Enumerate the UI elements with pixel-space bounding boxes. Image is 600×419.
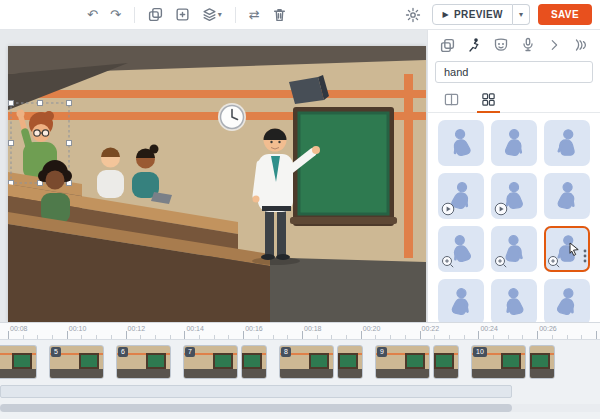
- thumb-board: [213, 353, 233, 369]
- pose-tile[interactable]: [491, 226, 537, 272]
- toolbar-right-group: ▶ PREVIEW ▾ SAVE: [402, 4, 592, 25]
- pose-tile[interactable]: [438, 120, 484, 166]
- time-ruler[interactable]: 00:0800:1000:1200:1400:1600:1800:2000:22…: [0, 323, 600, 340]
- pose-silhouette: [443, 283, 479, 320]
- split-view-tab[interactable]: [438, 90, 465, 112]
- layers-icon[interactable]: ▾: [199, 5, 225, 24]
- time-label: 00:16: [245, 325, 263, 332]
- character-action-icon[interactable]: [464, 35, 484, 55]
- pose-tile[interactable]: [438, 226, 484, 272]
- chevron-down-icon: ▾: [218, 11, 222, 19]
- duplicate-icon[interactable]: [172, 5, 193, 24]
- play-overlay-icon[interactable]: [494, 202, 508, 216]
- preview-dropdown-button[interactable]: ▾: [513, 4, 530, 25]
- layout-icon[interactable]: [438, 36, 457, 55]
- pose-tile[interactable]: [544, 279, 590, 322]
- toolbar: ↶ ↷ ▾ ⇄ ▶: [0, 0, 600, 30]
- pose-tile[interactable]: [544, 120, 590, 166]
- redo-icon[interactable]: ↷: [107, 6, 124, 23]
- scene-thumbnail[interactable]: [529, 345, 555, 379]
- scene-thumbnail[interactable]: [241, 345, 267, 379]
- pose-tile[interactable]: [491, 120, 537, 166]
- pose-grid: [428, 113, 600, 322]
- thumb-board: [146, 353, 166, 369]
- search-row: [428, 58, 600, 88]
- pose-menu-icon[interactable]: [583, 249, 587, 263]
- scene-thumbnail[interactable]: 10: [471, 345, 526, 379]
- canvas-stage[interactable]: [8, 46, 426, 322]
- scene-thumbnail[interactable]: [0, 345, 37, 379]
- app-window: ↶ ↷ ▾ ⇄ ▶: [0, 0, 600, 419]
- preview-split-button: ▶ PREVIEW ▾: [432, 4, 530, 25]
- trash-icon[interactable]: [269, 5, 290, 24]
- audio-track[interactable]: [0, 385, 512, 398]
- time-label: 00:12: [128, 325, 146, 332]
- time-label: 00:26: [539, 325, 557, 332]
- time-label: 00:14: [186, 325, 204, 332]
- scrollbar-handle[interactable]: [0, 404, 512, 412]
- toolbar-divider: [134, 7, 135, 23]
- thumb-board: [79, 353, 99, 369]
- pose-tile[interactable]: [491, 173, 537, 219]
- settings-icon[interactable]: [402, 5, 424, 25]
- pose-tile[interactable]: [491, 279, 537, 322]
- grid-view-tab[interactable]: [475, 90, 502, 112]
- scene-thumbnail[interactable]: 8: [279, 345, 334, 379]
- play-icon: ▶: [442, 10, 449, 19]
- thumb-floor: [472, 369, 525, 378]
- thumb-floor: [434, 369, 458, 378]
- pose-tile[interactable]: [438, 173, 484, 219]
- microphone-icon[interactable]: [518, 35, 538, 55]
- scene-thumbnail[interactable]: 7: [183, 345, 238, 379]
- zoom-overlay-icon[interactable]: [494, 255, 508, 269]
- thumb-board: [501, 353, 521, 369]
- thumb-floor: [280, 369, 333, 378]
- scene-thumbnail[interactable]: 9: [375, 345, 430, 379]
- pose-tile[interactable]: [438, 279, 484, 322]
- thumb-board: [242, 353, 262, 369]
- thumb-floor: [242, 369, 266, 378]
- thumb-board: [338, 353, 358, 369]
- expression-mask-icon[interactable]: [491, 35, 511, 55]
- scene-thumbnail[interactable]: [433, 345, 459, 379]
- cursor-icon: [569, 242, 582, 257]
- save-button[interactable]: SAVE: [538, 4, 592, 25]
- scene-number-badge: 8: [281, 347, 291, 357]
- motion-lines-icon[interactable]: [570, 35, 590, 55]
- wall-clock[interactable]: [218, 103, 246, 131]
- thumb-board: [405, 353, 425, 369]
- time-label: 00:18: [304, 325, 322, 332]
- pose-silhouette: [497, 125, 532, 161]
- thumb-floor: [50, 369, 103, 378]
- chalkboard[interactable]: [290, 107, 397, 226]
- zoom-overlay-icon[interactable]: [441, 255, 455, 269]
- pose-silhouette: [549, 177, 585, 215]
- thumb-floor: [376, 369, 429, 378]
- scene-thumbnail[interactable]: 6: [116, 345, 171, 379]
- time-label: 00:22: [422, 325, 440, 332]
- search-input[interactable]: [435, 61, 593, 83]
- scene-strip: 5 6 7 8 9 10: [0, 344, 600, 380]
- preview-button[interactable]: ▶ PREVIEW: [432, 4, 512, 25]
- preview-button-label: PREVIEW: [454, 9, 503, 20]
- pose-tile[interactable]: [544, 173, 590, 219]
- zoom-overlay-icon[interactable]: [547, 255, 561, 269]
- category-icon-row: [428, 30, 600, 58]
- copy-icon[interactable]: [145, 5, 166, 24]
- scene-number-badge: 9: [377, 347, 387, 357]
- swap-icon[interactable]: ⇄: [246, 6, 263, 23]
- panel-tabs: [428, 88, 600, 113]
- thumb-floor: [338, 369, 362, 378]
- scene-thumbnail[interactable]: [337, 345, 363, 379]
- scene-thumbnail[interactable]: 5: [49, 345, 104, 379]
- undo-icon[interactable]: ↶: [84, 6, 101, 23]
- workspace: [0, 30, 427, 322]
- chevron-right-icon[interactable]: [545, 36, 563, 54]
- play-overlay-icon[interactable]: [441, 202, 455, 216]
- pose-silhouette: [443, 124, 480, 162]
- thumb-floor: [184, 369, 237, 378]
- scene-number-badge: 7: [185, 347, 195, 357]
- time-label: 00:24: [480, 325, 498, 332]
- thumb-board: [530, 353, 550, 369]
- pose-tile[interactable]: [544, 226, 590, 272]
